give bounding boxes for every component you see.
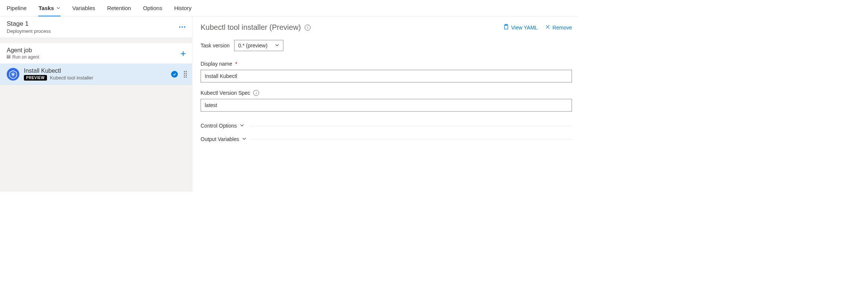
clipboard-icon: [503, 24, 509, 31]
check-icon: [171, 71, 178, 78]
task-version-select[interactable]: 0.* (preview): [234, 40, 284, 51]
drag-handle[interactable]: [184, 71, 187, 78]
stage-header[interactable]: Stage 1 Deployment process ···: [0, 16, 192, 38]
task-version-label: Task version: [201, 43, 230, 48]
version-spec-label: Kubectl Version Spec: [201, 90, 250, 96]
chevron-down-icon: [56, 6, 60, 10]
tab-label: Tasks: [38, 5, 54, 11]
detail-header: Kubectl tool installer (Preview) i View …: [201, 23, 572, 32]
remove-label: Remove: [553, 25, 572, 31]
control-options-section[interactable]: Control Options: [201, 119, 572, 132]
detail-title: Kubectl tool installer (Preview): [201, 23, 301, 32]
more-menu-button[interactable]: ···: [179, 23, 186, 31]
control-options-label: Control Options: [201, 123, 237, 129]
required-asterisk: *: [235, 61, 237, 67]
task-body: Install Kubectl PREVIEW Kubectl tool ins…: [24, 68, 167, 81]
agent-job-title: Agent job: [7, 47, 39, 54]
view-yaml-label: View YAML: [511, 25, 538, 31]
chevron-down-icon: [275, 43, 279, 48]
server-icon: [7, 54, 10, 60]
svg-rect-2: [7, 58, 10, 59]
tab-label: Variables: [72, 5, 95, 11]
svg-rect-12: [504, 25, 508, 29]
tab-variables[interactable]: Variables: [72, 0, 95, 16]
chevron-down-icon: [242, 136, 246, 142]
task-version-row: Task version 0.* (preview): [201, 40, 572, 51]
info-icon[interactable]: i: [253, 90, 259, 96]
tab-retention[interactable]: Retention: [107, 0, 131, 16]
tab-label: Pipeline: [7, 5, 26, 11]
task-version-value: 0.* (preview): [238, 43, 268, 48]
display-name-label: Display name: [201, 61, 232, 67]
kubernetes-icon: [7, 68, 19, 81]
view-yaml-button[interactable]: View YAML: [503, 24, 538, 31]
version-spec-label-row: Kubectl Version Spec i: [201, 90, 572, 96]
detail-title-wrap: Kubectl tool installer (Preview) i: [201, 23, 311, 32]
agent-job-subtitle: Run on agent: [7, 54, 39, 60]
divider: [252, 139, 572, 140]
preview-badge: PREVIEW: [24, 75, 47, 81]
output-variables-label: Output Variables: [201, 136, 239, 142]
remove-button[interactable]: Remove: [545, 24, 572, 31]
tab-options[interactable]: Options: [143, 0, 162, 16]
tab-label: Retention: [107, 5, 131, 11]
agent-sub-text: Run on agent: [12, 54, 39, 60]
pipeline-editor-root: Pipeline Tasks Variables Retention Optio…: [0, 0, 579, 192]
tab-label: History: [174, 5, 192, 11]
task-desc: Kubectl tool installer: [50, 75, 93, 81]
chevron-down-icon: [240, 123, 244, 129]
output-variables-section[interactable]: Output Variables: [201, 132, 572, 146]
display-name-label-row: Display name *: [201, 61, 572, 67]
task-detail-panel: Kubectl tool installer (Preview) i View …: [192, 16, 579, 192]
add-task-button[interactable]: +: [180, 48, 186, 58]
version-spec-group: Kubectl Version Spec i: [201, 90, 572, 112]
tab-label: Options: [143, 5, 162, 11]
tab-pipeline[interactable]: Pipeline: [7, 0, 26, 16]
task-subline: PREVIEW Kubectl tool installer: [24, 75, 167, 81]
detail-actions: View YAML Remove: [503, 24, 572, 31]
agent-job-row[interactable]: Agent job Run on agent +: [0, 43, 192, 64]
close-icon: [545, 24, 550, 31]
tab-history[interactable]: History: [174, 0, 192, 16]
task-title: Install Kubectl: [24, 68, 167, 74]
stage-subtitle: Deployment process: [7, 28, 51, 34]
svg-rect-0: [7, 55, 10, 56]
divider: [249, 126, 572, 126]
stage-title: Stage 1: [7, 20, 51, 28]
display-name-group: Display name *: [201, 61, 572, 82]
tab-tasks[interactable]: Tasks: [38, 0, 60, 16]
tab-bar: Pipeline Tasks Variables Retention Optio…: [0, 0, 579, 16]
main-content: Stage 1 Deployment process ··· Agent job…: [0, 16, 579, 192]
svg-rect-1: [7, 56, 10, 57]
task-list-panel: Stage 1 Deployment process ··· Agent job…: [0, 16, 192, 192]
task-item-install-kubectl[interactable]: Install Kubectl PREVIEW Kubectl tool ins…: [0, 64, 192, 85]
version-spec-input[interactable]: [201, 99, 572, 112]
display-name-input[interactable]: [201, 70, 572, 82]
info-icon[interactable]: i: [305, 25, 311, 31]
agent-job-info: Agent job Run on agent: [7, 47, 39, 60]
stage-info: Stage 1 Deployment process: [7, 20, 51, 34]
